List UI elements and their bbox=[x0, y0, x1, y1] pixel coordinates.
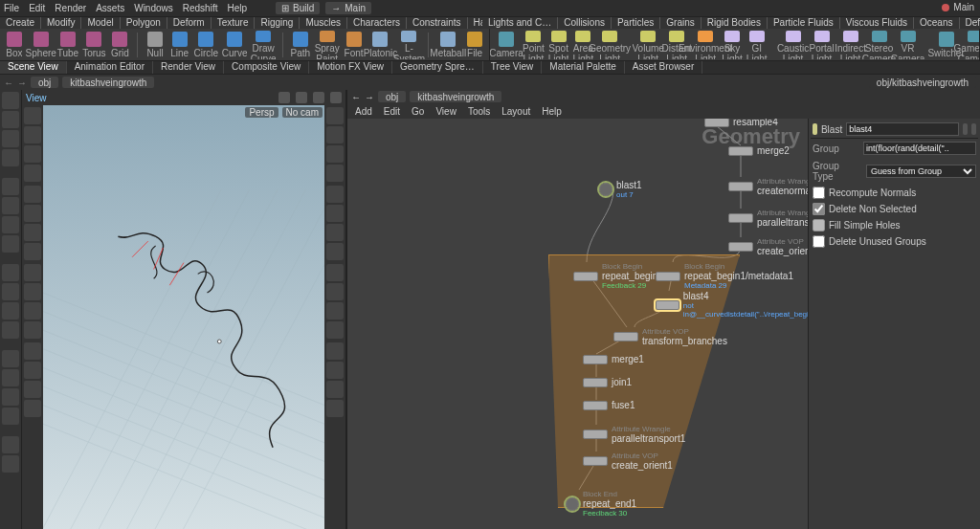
shelf-tab[interactable]: Particle Fluids bbox=[768, 17, 840, 29]
file-icon[interactable]: File bbox=[464, 31, 485, 59]
menu-windows[interactable]: Windows bbox=[134, 3, 173, 13]
shelf-tab[interactable]: Constraints bbox=[407, 17, 468, 29]
pointlight-icon[interactable]: Point Light bbox=[523, 31, 545, 59]
node-transform_branches[interactable]: Attribute VOPtransform_branches bbox=[613, 327, 727, 346]
context-selector[interactable]: → Main bbox=[325, 2, 371, 14]
net-fwd-icon[interactable]: → bbox=[365, 92, 374, 102]
shelf-tab[interactable]: Characters bbox=[347, 17, 407, 29]
vr-icon[interactable]: VR Camera bbox=[896, 31, 921, 59]
causticlight-icon[interactable]: Caustic Light bbox=[781, 31, 806, 59]
net-obj-chip[interactable]: obj bbox=[378, 91, 406, 102]
tube-icon[interactable]: Tube bbox=[57, 31, 78, 59]
netmenu-view[interactable]: View bbox=[435, 106, 457, 117]
tool-button-icon[interactable] bbox=[326, 107, 344, 124]
shelf-tab[interactable]: Deform bbox=[167, 17, 212, 29]
pane-tab[interactable]: Scene View bbox=[0, 61, 67, 74]
pane-tab[interactable]: Animation Editor bbox=[67, 61, 153, 74]
node-createnormal[interactable]: Attribute Wranglecreatenormal4 bbox=[728, 177, 808, 196]
tool-button-icon[interactable] bbox=[2, 92, 19, 109]
tool-button-icon[interactable] bbox=[24, 400, 41, 417]
tool-button-icon[interactable] bbox=[2, 149, 19, 166]
gamepad-icon[interactable]: Gamepad Camera bbox=[963, 31, 980, 59]
node-create_orient1[interactable]: Attribute VOPcreate_orient1 bbox=[583, 452, 673, 471]
portallight-icon[interactable]: Portal Light bbox=[810, 31, 835, 59]
tool-button-icon[interactable] bbox=[326, 283, 344, 300]
pane-tab[interactable]: Material Palette bbox=[542, 61, 624, 74]
vp-tool-icon[interactable] bbox=[330, 92, 342, 103]
shelf-tab[interactable]: Rigid Bodies bbox=[702, 17, 768, 29]
help-icon[interactable] bbox=[971, 123, 976, 135]
param-group-field[interactable] bbox=[863, 142, 976, 155]
pane-tab[interactable]: Motion FX View bbox=[309, 61, 392, 74]
tool-button-icon[interactable] bbox=[24, 165, 41, 182]
grid-icon[interactable]: Grid bbox=[110, 31, 131, 59]
lsystem-icon[interactable]: L-System bbox=[396, 31, 421, 59]
gilight-icon[interactable]: GI Light bbox=[746, 31, 768, 59]
menu-assets[interactable]: Assets bbox=[96, 3, 124, 13]
tool-button-icon[interactable] bbox=[2, 350, 19, 367]
stereo-icon[interactable]: Stereo Camera bbox=[867, 31, 892, 59]
shelf-tab[interactable]: Grains bbox=[660, 17, 701, 29]
platonic-icon[interactable]: Platonic bbox=[368, 31, 392, 59]
tool-button-icon[interactable] bbox=[24, 224, 41, 241]
tool-button-icon[interactable] bbox=[2, 197, 19, 214]
param-deletenon-checkbox[interactable] bbox=[813, 203, 825, 215]
curve-icon[interactable]: Curve bbox=[222, 31, 247, 59]
param-recompute-checkbox[interactable] bbox=[813, 187, 825, 199]
path-back-icon[interactable]: ← bbox=[4, 77, 13, 88]
node-merge1[interactable]: merge1 bbox=[583, 354, 644, 364]
menu-help[interactable]: Help bbox=[227, 3, 247, 13]
shelf-tab[interactable]: Particles bbox=[612, 17, 660, 29]
node-name-field[interactable] bbox=[846, 122, 959, 136]
netmenu-help[interactable]: Help bbox=[542, 106, 562, 117]
tool-button-icon[interactable] bbox=[2, 235, 19, 253]
tool-button-icon[interactable] bbox=[24, 243, 41, 260]
node-paralleltransport[interactable]: Attribute Wrangleparalleltransport4 bbox=[728, 209, 808, 228]
menu-edit[interactable]: Edit bbox=[29, 3, 45, 13]
tool-button-icon[interactable] bbox=[2, 436, 19, 453]
tool-button-icon[interactable] bbox=[24, 381, 41, 398]
tool-button-icon[interactable] bbox=[2, 130, 19, 147]
netmenu-layout[interactable]: Layout bbox=[501, 106, 530, 117]
tool-button-icon[interactable] bbox=[24, 302, 41, 320]
circle-icon[interactable]: Circle bbox=[194, 31, 219, 59]
tool-button-icon[interactable] bbox=[24, 205, 41, 222]
tool-button-icon[interactable] bbox=[326, 186, 344, 203]
shelf-tab[interactable]: Muscles bbox=[300, 17, 347, 29]
vollight-icon[interactable]: Volume Light bbox=[635, 31, 660, 59]
shelf-tab[interactable]: Create bbox=[0, 17, 41, 29]
path-obj-chip[interactable]: obj bbox=[31, 77, 58, 88]
tool-button-icon[interactable] bbox=[24, 126, 41, 143]
vp-tool-icon[interactable] bbox=[296, 92, 307, 103]
viewport-camera-chip[interactable]: Persp bbox=[245, 107, 278, 118]
node-join1[interactable]: join1 bbox=[583, 377, 632, 387]
tool-button-icon[interactable] bbox=[326, 205, 344, 222]
menu-render[interactable]: Render bbox=[55, 3, 86, 13]
tool-button-icon[interactable] bbox=[326, 302, 344, 320]
node-fuse1[interactable]: fuse1 bbox=[583, 400, 635, 410]
shelf-tab[interactable]: Deform bbox=[960, 17, 981, 29]
tool-button-icon[interactable] bbox=[24, 107, 41, 124]
tool-button-icon[interactable] bbox=[326, 165, 344, 182]
param-grouptype-select[interactable]: Guess from Group bbox=[866, 165, 976, 178]
box-icon[interactable]: Box bbox=[4, 31, 25, 59]
tool-button-icon[interactable] bbox=[24, 362, 41, 379]
node-blast1[interactable]: blast1out 7 bbox=[599, 180, 642, 199]
skylight-icon[interactable]: Sky Light bbox=[722, 31, 743, 59]
tool-button-icon[interactable] bbox=[2, 321, 19, 339]
vp-tool-icon[interactable] bbox=[278, 92, 290, 103]
node-blast4[interactable]: blast4not in@__curvedistdetail("..\/repe… bbox=[656, 291, 808, 319]
tool-button-icon[interactable] bbox=[2, 283, 19, 300]
pane-tab[interactable]: Tree View bbox=[483, 61, 542, 74]
shelf-tab[interactable]: Lights and C… bbox=[482, 17, 558, 29]
null-icon[interactable]: Null bbox=[145, 31, 166, 59]
path-icon[interactable]: Path bbox=[290, 31, 311, 59]
tool-button-icon[interactable] bbox=[326, 362, 344, 379]
sphere-icon[interactable]: Sphere bbox=[29, 31, 54, 59]
tool-button-icon[interactable] bbox=[24, 342, 41, 360]
node-repeat_end[interactable]: Block Endrepeat_end1Feedback 30 bbox=[566, 490, 636, 518]
shelf-tab[interactable]: Model bbox=[81, 17, 120, 29]
node-paralleltransport1[interactable]: Attribute Wrangleparalleltransport1 bbox=[583, 425, 685, 444]
tool-button-icon[interactable] bbox=[2, 264, 19, 281]
path-fwd-icon[interactable]: → bbox=[17, 77, 27, 88]
